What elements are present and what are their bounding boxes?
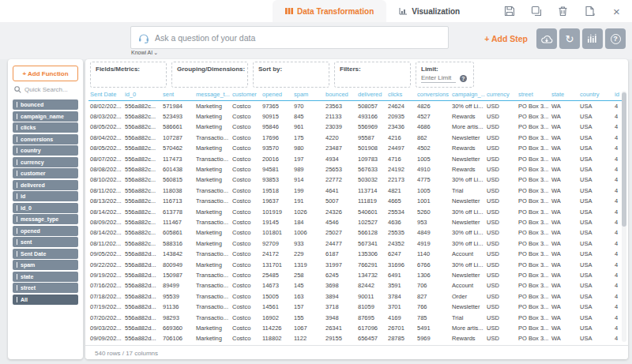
- sidebar-field-id-0[interactable]: id_0: [13, 203, 78, 213]
- cell: 113714: [356, 186, 386, 196]
- help-button[interactable]: ?: [605, 28, 626, 49]
- sidebar-field-state[interactable]: state: [13, 272, 78, 282]
- column-header[interactable]: conversions: [416, 89, 450, 101]
- grouping-dimensions-dropzone[interactable]: Grouping/Dimensions:: [171, 62, 248, 88]
- limit-help-icon[interactable]: ?: [460, 75, 467, 82]
- cell: 540601: [356, 206, 386, 216]
- cell: WA: [550, 122, 578, 132]
- close-icon[interactable]: ×: [611, 6, 623, 17]
- column-header[interactable]: campaign_...: [450, 89, 485, 101]
- cell: PO Box 3...: [517, 206, 550, 216]
- cell: 4849: [416, 227, 450, 238]
- sidebar-field-bounced[interactable]: bounced: [13, 99, 78, 110]
- trash-icon[interactable]: [557, 6, 569, 17]
- sidebar-field-street[interactable]: street: [13, 283, 78, 293]
- cell: 508057: [356, 101, 386, 111]
- sidebar-field-sent[interactable]: sent: [13, 237, 78, 247]
- save-icon[interactable]: [503, 6, 515, 17]
- sidebar-field-customer[interactable]: customer: [13, 168, 78, 178]
- cell: Costco: [231, 133, 261, 143]
- column-header[interactable]: opened: [261, 89, 292, 101]
- column-header[interactable]: message_t...: [194, 89, 231, 101]
- download-button[interactable]: [536, 28, 557, 49]
- chart-button[interactable]: [582, 28, 603, 49]
- sidebar-field-country[interactable]: country: [13, 145, 78, 156]
- cell: 1005: [416, 186, 450, 196]
- cell: 118038: [161, 186, 194, 196]
- ask-question-input[interactable]: Ask a question of your data: [130, 26, 449, 49]
- export-icon[interactable]: [584, 6, 596, 17]
- cell: PO Box 3...: [517, 164, 550, 174]
- cell: PO Box 3...: [517, 302, 550, 312]
- column-header[interactable]: country: [578, 89, 613, 101]
- pill-label: spam: [21, 262, 35, 268]
- pill-label: bounced: [21, 102, 43, 107]
- window-actions: ×: [503, 0, 623, 22]
- cell: 556a882c...: [123, 227, 161, 238]
- cell: Costco: [231, 323, 261, 333]
- column-header[interactable]: state: [550, 89, 578, 101]
- cell: 30% off Li...: [450, 101, 485, 111]
- sidebar-field-campaign-name[interactable]: campaign_name: [13, 111, 78, 122]
- add-step-button[interactable]: + Add Step: [484, 34, 528, 43]
- knowi-ai-dropdown[interactable]: Knowi AI ⌄: [131, 50, 158, 55]
- sidebar-field-all[interactable]: All: [13, 295, 78, 305]
- quick-search-input[interactable]: Quick Search...: [14, 86, 77, 93]
- tab-bar: Data Transformation Visualization: [273, 0, 472, 22]
- sidebar-field-id[interactable]: id: [13, 191, 78, 201]
- sidebar-field-currency[interactable]: currency: [13, 157, 78, 167]
- pill-label: sent: [21, 239, 32, 245]
- sidebar-field-spam[interactable]: spam: [13, 260, 78, 270]
- column-header[interactable]: id_0: [123, 89, 161, 101]
- cell: USD: [485, 270, 517, 280]
- cell: 101919: [261, 206, 292, 216]
- column-header[interactable]: Sent Date: [88, 89, 123, 101]
- fields-metrics-dropzone[interactable]: Fields/Metrics:: [90, 62, 167, 88]
- filters-dropzone[interactable]: Filters:: [334, 62, 411, 88]
- cell: PO Box 3...: [517, 196, 550, 206]
- column-header[interactable]: sent: [161, 89, 194, 101]
- cell: Marketing: [194, 206, 231, 216]
- cell: Costco: [231, 217, 261, 227]
- text-cursor-icon: [17, 297, 17, 302]
- cell: PO Box 3...: [517, 249, 550, 259]
- refresh-button[interactable]: ↻: [559, 28, 580, 49]
- limit-input[interactable]: [421, 74, 456, 83]
- sidebar-field-opened[interactable]: opened: [13, 226, 78, 236]
- cell: WA: [550, 164, 578, 174]
- sidebar-field-delivered[interactable]: delivered: [13, 180, 78, 190]
- cell: 556a882c...: [123, 238, 161, 249]
- column-header[interactable]: clicks: [386, 89, 416, 101]
- column-header[interactable]: bounced: [324, 89, 356, 101]
- tab-data-transformation[interactable]: Data Transformation: [273, 0, 386, 22]
- sidebar-field-conversions[interactable]: conversions: [13, 134, 78, 144]
- cell: 617096: [356, 323, 386, 333]
- tab-visualization[interactable]: Visualization: [386, 0, 472, 22]
- text-cursor-icon: [17, 262, 17, 268]
- vertical-scrollbar[interactable]: [622, 91, 626, 342]
- sidebar-field-sent-date[interactable]: Sent Date: [13, 249, 78, 259]
- cell: Marketing: [194, 122, 231, 132]
- cell: 197: [292, 153, 324, 163]
- toolbar: Ask a question of your data Knowi AI ⌄ +…: [0, 22, 632, 59]
- column-header[interactable]: street: [517, 89, 550, 101]
- column-header[interactable]: customer: [231, 89, 261, 101]
- cell: 556969: [356, 122, 386, 132]
- cell: 25027: [324, 227, 356, 238]
- column-header[interactable]: currency: [485, 89, 517, 101]
- sidebar-field-clicks[interactable]: clicks: [13, 122, 78, 133]
- add-function-button[interactable]: + Add Function: [13, 66, 78, 81]
- duplicate-icon[interactable]: [530, 6, 542, 17]
- cell: 26701: [386, 323, 416, 333]
- column-header[interactable]: delivered: [356, 89, 386, 101]
- cell: 17696: [261, 133, 292, 143]
- cell: More artis...: [450, 323, 485, 333]
- cell: 08/14/202...: [88, 227, 123, 238]
- cell: 3718: [324, 302, 356, 312]
- cell: 143842: [161, 249, 194, 259]
- column-header[interactable]: spam: [292, 89, 324, 101]
- scrollbar-thumb[interactable]: [622, 92, 626, 227]
- sidebar-field-message-type[interactable]: message_type: [13, 214, 78, 224]
- cell: 111819: [356, 196, 386, 206]
- sort-by-dropzone[interactable]: Sort by:: [253, 62, 329, 88]
